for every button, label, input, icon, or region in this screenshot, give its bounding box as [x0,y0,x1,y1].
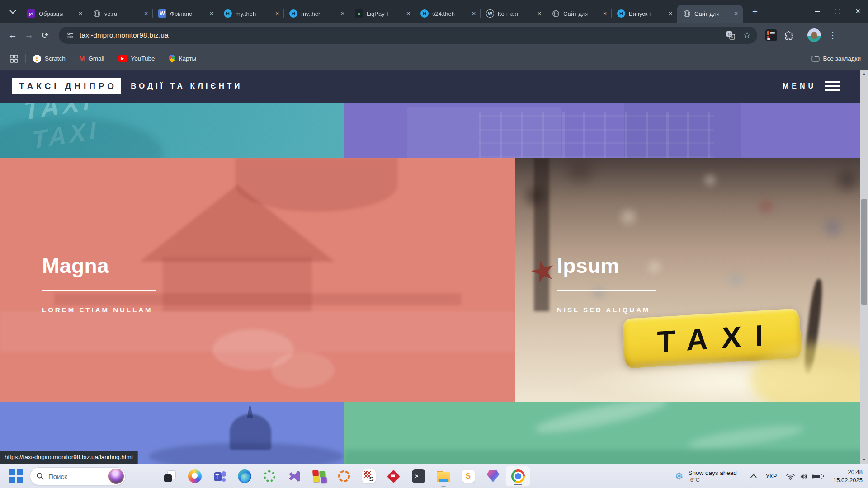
browser-tab[interactable]: » LiqPay T ✕ [349,5,415,23]
decor-blob [0,117,163,158]
tab-title: my.theh [301,10,337,17]
apps-grid-icon[interactable] [10,55,18,63]
reload-button[interactable]: ⟳ [37,27,53,43]
hosting-favicon-icon: H [224,9,232,18]
edge-icon[interactable] [232,464,257,488]
file-explorer-icon[interactable] [431,464,456,488]
forward-button[interactable]: → [21,27,37,43]
tab-close-icon[interactable]: ✕ [404,9,412,18]
bookmark-label: YouTube [131,55,155,62]
close-window-button[interactable]: ✕ [848,0,868,23]
new-tab-button[interactable]: + [748,5,762,18]
sublime-text-icon[interactable]: S [456,464,481,488]
browser-tab[interactable]: y! Образцы ✕ [22,5,87,23]
browser-tab[interactable]: H Випуск і ✕ [612,5,677,23]
tab-close-icon[interactable]: ✕ [732,9,740,18]
browser-menu-kebab-icon[interactable]: ⋮ [827,30,838,40]
tab-close-icon[interactable]: ✕ [470,9,478,18]
chevron-down-icon[interactable] [5,5,20,18]
bookmark-label: Gmail [88,55,104,62]
green-ring-app-icon[interactable] [257,464,282,488]
menu-button[interactable]: MENU [783,81,840,91]
browser-tab[interactable]: H s24.theh ✕ [415,5,481,23]
clock-widget[interactable]: 20:48 15.02.2025 [833,468,863,484]
extensions-puzzle-icon[interactable] [784,30,794,40]
scrollbar-thumb[interactable] [861,199,867,305]
back-button[interactable]: ← [5,27,21,43]
tab-close-icon[interactable]: ✕ [339,9,347,18]
orange-ring-app-icon[interactable] [331,464,356,488]
browser-tab[interactable]: W Фріланс ✕ [153,5,218,23]
gem-app-icon[interactable] [481,464,505,488]
system-tray-group[interactable] [786,473,822,480]
browser-tab-active[interactable]: Сайт для ✕ [677,5,743,23]
tab-title: s24.theh [432,10,468,17]
web-page: ТАКСІ ДНІПРО ВОДІЇ ТА КЛІЄНТИ MENU TAXI … [0,70,868,464]
translate-icon[interactable]: GA [726,31,735,40]
site-logo[interactable]: ТАКСІ ДНІПРО [12,78,121,94]
wifi-icon [786,473,795,480]
teams-icon[interactable]: T [207,464,232,488]
tab-close-icon[interactable]: ✕ [666,9,675,18]
weather-text: Snow days ahead [689,469,737,476]
profile-avatar[interactable] [807,28,821,42]
tab-close-icon[interactable]: ✕ [535,9,543,18]
ipsum-text-block: Ipsum NISL SED ALIQUAM [557,253,656,314]
bookmark-scratch[interactable]: S Scratch [33,55,66,63]
task-view-icon[interactable] [157,464,182,488]
tile-purple[interactable] [344,103,868,158]
tray-chevron-up-icon[interactable] [750,474,757,480]
extension-art [767,31,769,35]
bookmark-youtube[interactable]: ▶ YouTube [118,55,155,62]
tile-magna[interactable]: Magna LOREM ETIAM NULLAM [0,158,515,402]
start-button[interactable] [9,469,24,483]
decor-hill [149,443,344,464]
scroll-up-arrow[interactable]: ▲ [860,70,868,78]
bookmark-star-icon[interactable]: ☆ [743,30,751,40]
maximize-button[interactable] [827,0,848,23]
tile-ipsum[interactable]: Ipsum NISL SED ALIQUAM TAXI [515,158,868,402]
visual-studio-icon[interactable] [282,464,307,488]
extension-icon[interactable] [765,29,777,41]
browser-tab[interactable]: H my.theh ✕ [218,5,284,23]
taskbar-search[interactable]: Поиск [30,467,126,485]
language-indicator[interactable]: УКР [766,473,777,479]
site-info-icon[interactable] [66,31,74,39]
url-text: taxi-dnipro.monitor98.biz.ua [80,31,169,39]
colored-blocks-app-icon[interactable] [307,464,331,488]
search-icon [37,473,44,480]
tile-row-main: Magna LOREM ETIAM NULLAM Ipsum NISL SED … [0,158,868,402]
address-bar[interactable]: taxi-dnipro.monitor98.biz.ua GA ☆ [59,27,757,44]
taskbar: Поиск T S >_ S ❄ Snow days [0,464,868,488]
copilot-icon[interactable] [182,464,207,488]
tab-close-icon[interactable]: ✕ [273,9,281,18]
bookmark-maps[interactable]: Карты [169,55,196,62]
tab-close-icon[interactable]: ✕ [76,9,85,18]
browser-tab[interactable]: H my.theh ✕ [284,5,349,23]
tab-close-icon[interactable]: ✕ [142,9,150,18]
tab-title: Сайт для [694,10,730,17]
search-highlight-image[interactable] [108,469,124,484]
all-bookmarks-button[interactable]: Все закладки [811,55,861,62]
browser-tab[interactable]: vc.ru ✕ [87,5,153,23]
tile-teal[interactable]: TAXI TAXI [0,103,344,158]
terminal-icon[interactable]: >_ [406,464,431,488]
bookmark-gmail[interactable]: M Gmail [79,55,104,62]
chrome-icon-active[interactable] [505,466,530,487]
browser-tab[interactable]: Сайт для ✕ [546,5,612,23]
weather-widget[interactable]: ❄ Snow days ahead -6°C [675,469,736,483]
tab-title: vc.ru [104,10,140,17]
browser-tab[interactable]: W Контакт ✕ [481,5,546,23]
site-header: ТАКСІ ДНІПРО ВОДІЇ ТА КЛІЄНТИ MENU [0,70,868,103]
globe-favicon-icon [552,9,560,18]
minimize-button[interactable] [807,0,827,23]
tab-close-icon[interactable]: ✕ [208,9,216,18]
tab-close-icon[interactable]: ✕ [601,9,609,18]
page-scrollbar[interactable]: ▲ ▼ [860,70,868,464]
photo-pole-decor [534,158,549,311]
scroll-down-arrow[interactable]: ▼ [860,455,868,464]
red-diamond-app-icon[interactable] [381,464,406,488]
sql-server-management-studio-icon[interactable]: S [356,464,381,488]
wordpress-favicon-icon: W [486,9,494,18]
tile-green[interactable] [344,402,868,464]
